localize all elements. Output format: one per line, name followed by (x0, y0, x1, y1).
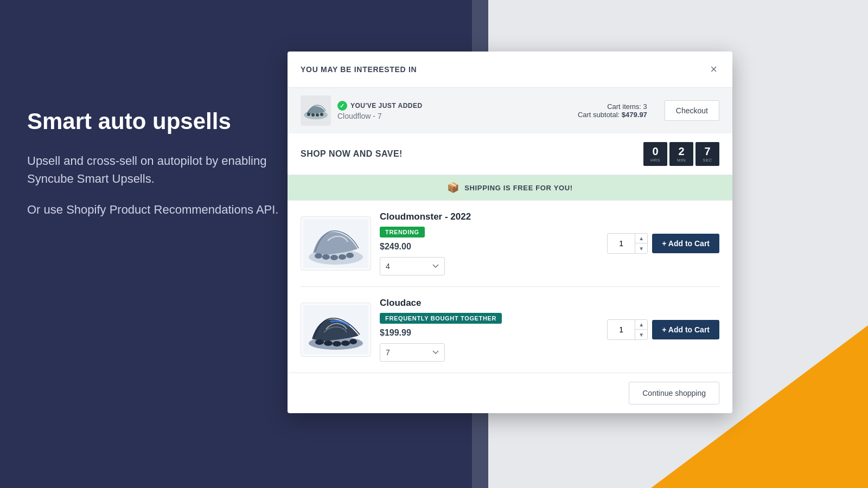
checkout-button[interactable]: Checkout (665, 100, 719, 121)
shop-now-label: SHOP NOW AND SAVE! (301, 149, 403, 159)
product-row: Cloudmonster - 2022 TRENDING $249.00 4 5… (301, 201, 719, 287)
svg-point-9 (315, 253, 322, 259)
modal-title: YOU MAY BE INTERESTED IN (301, 65, 417, 74)
cloudace-image-icon (303, 305, 368, 354)
countdown-seconds-block: 7 SEC (695, 142, 719, 166)
product-2-add-to-cart-button[interactable]: + Add to Cart (652, 320, 719, 339)
product-1-qty-field[interactable] (608, 234, 635, 253)
countdown-hours-block: 0 HRS (643, 142, 667, 166)
cloudmonster-image-icon (303, 219, 368, 268)
svg-point-19 (341, 341, 350, 346)
product-2-quantity-input: ▲ ▼ (607, 319, 648, 340)
svg-point-11 (330, 255, 338, 260)
product-2-qty-up-button[interactable]: ▲ (635, 320, 647, 330)
product-2-image (301, 303, 371, 357)
modal-footer: Continue shopping (288, 373, 732, 413)
countdown-hours-value: 0 (652, 146, 658, 157)
added-product-thumbnail (301, 95, 331, 126)
product-1-actions: ▲ ▼ + Add to Cart (607, 233, 719, 254)
product-2-qty-down-button[interactable]: ▼ (635, 330, 647, 339)
svg-point-12 (339, 254, 346, 260)
added-info: ✓ YOU'VE JUST ADDED Cloudflow - 7 (337, 101, 423, 120)
product-2-badge: FREQUENTLY BOUGHT TOGETHER (380, 313, 502, 324)
shipping-bar: 📦 SHIPPING IS FREE FOR YOU! (288, 175, 732, 201)
svg-point-18 (333, 341, 341, 346)
product-1-price: $249.00 (380, 242, 598, 252)
product-1-badge: TRENDING (380, 227, 425, 237)
shop-now-bar: SHOP NOW AND SAVE! 0 HRS 2 MIN 7 SEC (288, 133, 732, 175)
shipping-icon: 📦 (447, 182, 459, 194)
svg-point-17 (324, 341, 333, 346)
added-product-name: Cloudflow - 7 (337, 112, 423, 120)
countdown-hours-label: HRS (650, 158, 660, 163)
svg-point-5 (316, 113, 319, 117)
product-1-add-to-cart-button[interactable]: + Add to Cart (652, 234, 719, 253)
svg-point-6 (320, 113, 323, 116)
product-2-qty-field[interactable] (608, 320, 635, 339)
product-1-size-select[interactable]: 4 5 6 7 8 9 10 (380, 257, 445, 275)
cart-subtotal-line: Cart subtotal: $479.97 (578, 111, 647, 119)
cart-notification-bar: ✓ YOU'VE JUST ADDED Cloudflow - 7 Cart i… (288, 88, 732, 133)
paragraph-2: Or use Shopify Product Recommendations A… (27, 201, 288, 219)
check-icon: ✓ (337, 101, 347, 111)
shipping-text: SHIPPING IS FREE FOR YOU! (464, 184, 572, 192)
product-1-image (301, 216, 371, 271)
product-2-actions: ▲ ▼ + Add to Cart (607, 319, 719, 340)
product-1-quantity-input: ▲ ▼ (607, 233, 648, 254)
cloudflow-thumbnail-icon (302, 100, 329, 121)
cart-items-line: Cart items: 3 (578, 102, 647, 111)
countdown-minutes-value: 2 (678, 146, 684, 157)
modal: YOU MAY BE INTERESTED IN × ✓ (288, 52, 732, 413)
product-1-qty-down-button[interactable]: ▼ (635, 243, 647, 253)
svg-point-10 (322, 254, 330, 260)
countdown-timer: 0 HRS 2 MIN 7 SEC (643, 142, 719, 166)
product-2-qty-buttons: ▲ ▼ (635, 320, 647, 339)
product-2-name: Cloudace (380, 298, 598, 309)
svg-point-20 (349, 339, 357, 344)
cart-notification-left: ✓ YOU'VE JUST ADDED Cloudflow - 7 (301, 95, 569, 126)
main-heading: Smart auto upsells (27, 108, 288, 134)
paragraph-1: Upsell and cross-sell on autopilot by en… (27, 152, 288, 188)
product-2-size-select[interactable]: 4 5 6 7 8 9 10 (380, 343, 445, 362)
close-button[interactable]: × (708, 61, 719, 78)
svg-point-13 (346, 253, 354, 258)
continue-shopping-button[interactable]: Continue shopping (629, 382, 719, 404)
countdown-minutes-block: 2 MIN (669, 142, 693, 166)
svg-point-16 (315, 339, 324, 345)
product-1-name: Cloudmonster - 2022 (380, 211, 598, 222)
products-section: Cloudmonster - 2022 TRENDING $249.00 4 5… (288, 201, 732, 373)
cart-summary: Cart items: 3 Cart subtotal: $479.97 (578, 102, 647, 119)
left-content-section: Smart auto upsells Upsell and cross-sell… (27, 108, 288, 232)
added-label: ✓ YOU'VE JUST ADDED (337, 101, 423, 111)
countdown-seconds-value: 7 (704, 146, 710, 157)
product-1-details: Cloudmonster - 2022 TRENDING $249.00 4 5… (380, 211, 598, 275)
product-row: Cloudace FREQUENTLY BOUGHT TOGETHER $199… (301, 287, 719, 373)
countdown-minutes-label: MIN (677, 158, 686, 163)
countdown-seconds-label: SEC (703, 158, 712, 163)
svg-point-3 (307, 113, 310, 116)
product-2-details: Cloudace FREQUENTLY BOUGHT TOGETHER $199… (380, 298, 598, 362)
modal-header: YOU MAY BE INTERESTED IN × (288, 52, 732, 88)
product-1-qty-buttons: ▲ ▼ (635, 234, 647, 253)
product-2-price: $199.99 (380, 328, 598, 338)
product-1-qty-up-button[interactable]: ▲ (635, 234, 647, 243)
svg-point-4 (311, 113, 315, 117)
